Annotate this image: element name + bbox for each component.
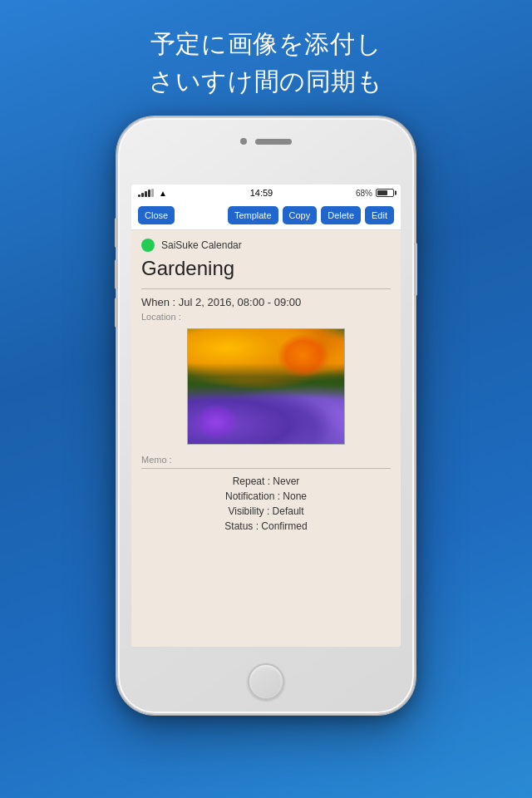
header-line2: さいすけ間の同期も — [149, 62, 382, 100]
event-image-container — [141, 328, 391, 445]
event-status: Status : Confirmed — [141, 520, 391, 532]
toolbar-right-buttons: Template Copy Delete Edit — [228, 206, 394, 224]
event-visibility: Visibility : Default — [141, 505, 391, 517]
header-text: 予定に画像を添付し さいすけ間の同期も — [149, 25, 382, 100]
battery-icon — [376, 189, 394, 197]
battery-percent-text: 68% — [356, 189, 372, 198]
event-title: Gardening — [141, 257, 391, 280]
status-battery-area: 68% — [356, 189, 394, 198]
phone-top-bar — [240, 138, 292, 145]
status-signal: ▲ — [138, 189, 167, 198]
event-memo-label: Memo : — [141, 455, 391, 465]
signal-bar-2 — [141, 193, 144, 197]
copy-button[interactable]: Copy — [283, 206, 318, 224]
signal-bar-1 — [138, 195, 140, 197]
home-button[interactable] — [248, 663, 284, 700]
signal-bar-3 — [145, 191, 147, 197]
event-location-label: Location : — [141, 312, 391, 322]
event-repeat: Repeat : Never — [141, 475, 391, 487]
memo-divider — [141, 468, 391, 469]
close-button[interactable]: Close — [138, 206, 175, 224]
speaker-bar — [255, 139, 292, 145]
wifi-icon: ▲ — [159, 189, 167, 198]
calendar-color-dot — [141, 239, 155, 252]
header-line1: 予定に画像を添付し — [149, 25, 382, 62]
phone-device: ▲ 14:59 68% Close Template Copy Delete E… — [116, 116, 416, 715]
signal-bars — [138, 189, 154, 197]
screen: ▲ 14:59 68% Close Template Copy Delete E… — [131, 185, 401, 647]
calendar-name: SaiSuke Calendar — [161, 239, 242, 251]
camera-dot — [240, 138, 247, 145]
event-details: Repeat : Never Notification : None Visib… — [141, 475, 391, 532]
status-bar: ▲ 14:59 68% — [131, 185, 401, 201]
delete-button[interactable]: Delete — [321, 206, 361, 224]
template-button[interactable]: Template — [228, 206, 278, 224]
status-time: 14:59 — [250, 188, 273, 198]
edit-button[interactable]: Edit — [365, 206, 394, 224]
signal-bar-5 — [151, 189, 154, 197]
event-when: When : Jul 2, 2016, 08:00 - 09:00 — [141, 296, 391, 308]
toolbar: Close Template Copy Delete Edit — [131, 201, 401, 230]
battery-fill — [377, 190, 387, 195]
event-content: SaiSuke Calendar Gardening When : Jul 2,… — [131, 230, 401, 647]
calendar-label-row: SaiSuke Calendar — [141, 239, 391, 252]
signal-bar-4 — [148, 190, 150, 197]
event-notification: Notification : None — [141, 490, 391, 502]
title-divider — [141, 288, 391, 289]
event-image — [187, 328, 345, 445]
